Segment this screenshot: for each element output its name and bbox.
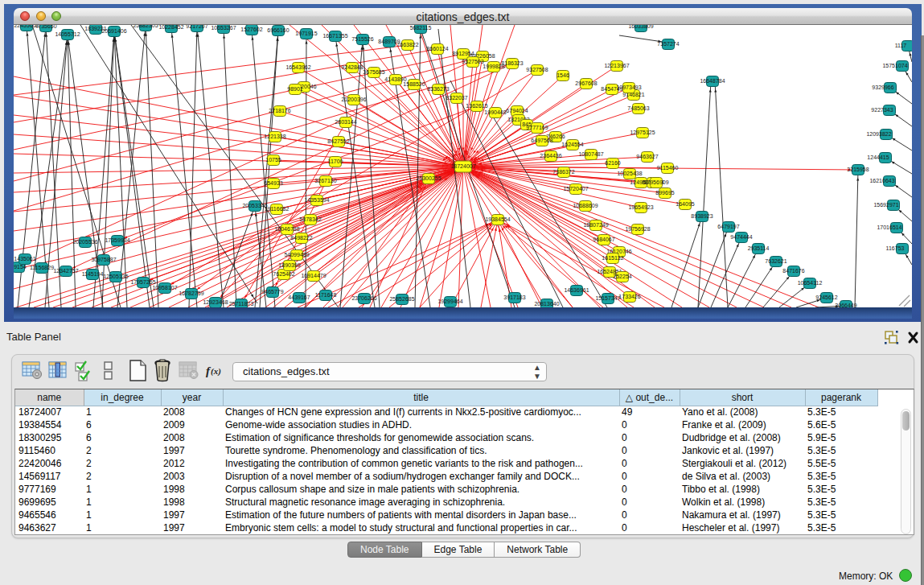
svg-text:1615132: 1615132: [602, 255, 623, 261]
svg-text:899695: 899695: [655, 190, 674, 196]
svg-text:15157347: 15157347: [595, 295, 620, 301]
svg-text:9217207: 9217207: [186, 25, 207, 29]
svg-text:10653267: 10653267: [211, 25, 236, 31]
svg-text:6479197: 6479197: [717, 224, 739, 229]
svg-text:10973493: 10973493: [616, 84, 641, 90]
svg-text:6497568: 6497568: [531, 138, 552, 143]
svg-text:9465779: 9465779: [261, 289, 283, 295]
svg-text:98901: 98901: [287, 86, 303, 92]
svg-text:7386372: 7386372: [552, 169, 574, 175]
svg-text:2364436: 2364436: [540, 153, 561, 159]
svg-text:10025438: 10025438: [617, 171, 642, 176]
svg-text:1890399: 1890399: [278, 262, 300, 268]
svg-text:1733426: 1733426: [618, 294, 640, 299]
svg-text:17016514: 17016514: [877, 225, 901, 230]
svg-text:30975887: 30975887: [91, 257, 116, 262]
svg-text:16914479: 16914479: [301, 273, 326, 278]
svg-text:19116682: 19116682: [265, 206, 290, 212]
svg-text:10654112: 10654112: [798, 280, 823, 286]
svg-text:1145194: 1145194: [82, 271, 104, 277]
svg-text:1171648: 1171648: [315, 292, 337, 298]
svg-text:10807487: 10807487: [578, 151, 603, 157]
svg-text:9474444: 9474444: [730, 234, 752, 240]
svg-text:1588520: 1588520: [403, 81, 425, 87]
svg-text:9227343: 9227343: [871, 107, 893, 113]
svg-text:25852685: 25852685: [389, 296, 414, 302]
svg-text:8336273: 8336273: [427, 86, 449, 92]
svg-text:4439167: 4439167: [288, 295, 310, 300]
svg-text:6966160: 6966160: [267, 27, 289, 33]
svg-text:16046788: 16046788: [274, 226, 299, 232]
svg-text:15720407: 15720407: [563, 186, 588, 192]
svg-text:16033809: 16033809: [628, 25, 653, 29]
svg-text:19299464: 19299464: [437, 299, 462, 304]
svg-text:8498222: 8498222: [290, 235, 312, 241]
svg-text:9463627: 9463627: [636, 154, 658, 159]
svg-text:14055712: 14055712: [55, 31, 80, 37]
svg-text:10958107: 10958107: [152, 285, 177, 290]
svg-text:1362615: 1362615: [466, 103, 487, 109]
svg-text:25882305: 25882305: [133, 25, 158, 28]
svg-text:2935114: 2935114: [748, 245, 770, 251]
svg-text:1435061: 1435061: [14, 256, 35, 262]
svg-text:18724007: 18724007: [450, 163, 475, 169]
svg-text:4735650: 4735650: [35, 25, 56, 29]
svg-text:1221338: 1221338: [264, 134, 285, 139]
svg-text:3215958: 3215958: [847, 167, 869, 172]
svg-text:23706266: 23706266: [351, 295, 376, 301]
svg-text:12342757: 12342757: [53, 268, 78, 274]
svg-text:16782759: 16782759: [179, 290, 203, 296]
svg-text:17359934: 17359934: [105, 237, 129, 243]
svg-text:10228452: 10228452: [158, 25, 183, 30]
svg-text:15692971: 15692971: [873, 202, 898, 208]
svg-text:9684067: 9684067: [593, 237, 614, 242]
svg-text:8427552: 8427552: [327, 138, 349, 144]
svg-text:19654923: 19654923: [628, 204, 653, 210]
svg-text:10688609: 10688609: [573, 203, 598, 208]
svg-text:8660124: 8660124: [426, 46, 448, 51]
svg-text:14353594: 14353594: [304, 197, 329, 203]
svg-text:15751074: 15751074: [882, 63, 907, 68]
svg-text:1546: 1546: [556, 72, 569, 78]
svg-text:14636961: 14636961: [564, 287, 589, 293]
svg-text:8322037: 8322037: [446, 95, 467, 101]
svg-text:1071915: 1071915: [295, 31, 317, 36]
svg-text:12505135: 12505135: [103, 274, 128, 279]
svg-text:9327503: 9327503: [462, 59, 483, 64]
svg-text:7485063: 7485063: [627, 105, 649, 111]
svg-text:7357274: 7357274: [657, 41, 679, 47]
svg-text:9245612: 9245612: [815, 295, 837, 300]
svg-text:7515526: 7515526: [351, 36, 373, 42]
svg-text:3917183: 3917183: [503, 295, 525, 300]
svg-text:20691406: 20691406: [101, 28, 126, 34]
svg-text:12093822: 12093822: [866, 131, 891, 137]
svg-text:12213967: 12213967: [604, 63, 629, 68]
svg-text:62160: 62160: [605, 160, 621, 166]
svg-text:25300255: 25300255: [416, 175, 441, 181]
svg-text:2967608: 2967608: [575, 80, 597, 86]
svg-text:25711873: 25711873: [229, 301, 254, 307]
svg-text:16648784: 16648784: [700, 78, 725, 84]
svg-text:12975125: 12975125: [630, 130, 655, 135]
svg-text:3267130: 3267130: [314, 178, 336, 183]
svg-text:9242848: 9242848: [341, 64, 363, 70]
svg-text:9329966: 9329966: [872, 84, 893, 90]
svg-text:(x): (x): [211, 366, 221, 377]
svg-text:12923468: 12923468: [203, 299, 228, 305]
svg-text:5682115: 5682115: [410, 25, 432, 31]
svg-text:17957255: 17957255: [130, 279, 155, 285]
svg-text:7625402: 7625402: [273, 271, 294, 277]
svg-text:252254: 252254: [613, 274, 631, 279]
svg-text:3675685: 3675685: [363, 69, 384, 75]
svg-text:19384554: 19384554: [485, 216, 510, 222]
svg-text:16671355: 16671355: [322, 33, 347, 39]
svg-text:1527602: 1527602: [240, 27, 262, 32]
svg-text:8938923: 8938923: [691, 213, 713, 219]
svg-text:11700: 11700: [328, 159, 343, 164]
svg-text:39154: 39154: [14, 264, 27, 270]
svg-text:116753: 116753: [886, 245, 905, 251]
svg-text:164095: 164095: [676, 201, 694, 207]
svg-text:10755: 10755: [265, 157, 281, 163]
svg-text:1990448: 1990448: [484, 109, 506, 115]
svg-text:654933: 654933: [264, 180, 282, 186]
